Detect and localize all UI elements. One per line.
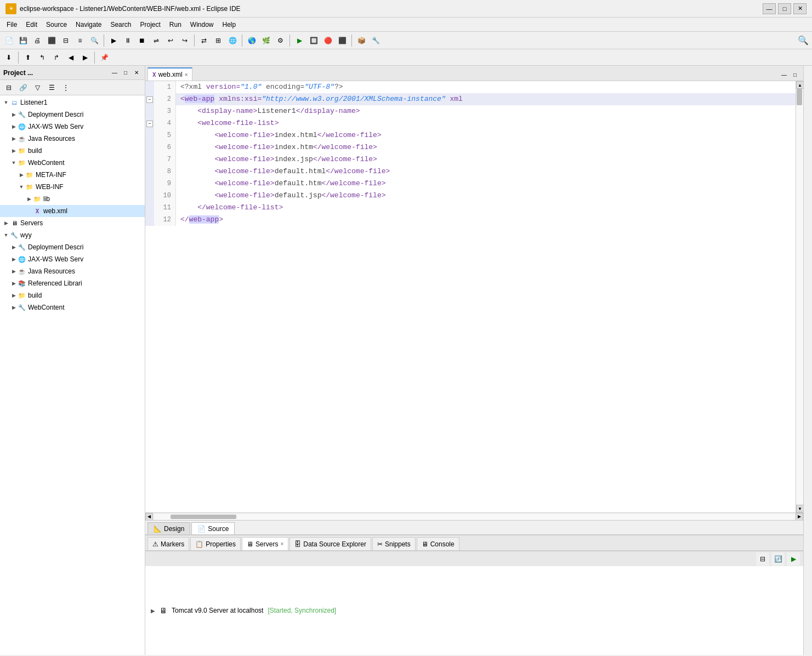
run-button[interactable]: ▶ <box>107 34 120 47</box>
filter-btn[interactable]: ▽ <box>31 81 44 94</box>
toolbar-btn12[interactable]: 🌿 <box>259 34 272 47</box>
bottom-toolbar-run[interactable]: ▶ <box>787 552 800 566</box>
tree-item-wyy-build[interactable]: ▶ 📁 build <box>0 289 145 301</box>
arrow-deployment[interactable]: ▶ <box>10 111 18 118</box>
arrow-build[interactable]: ▶ <box>10 147 18 155</box>
arrow-jaxws[interactable]: ▶ <box>10 123 18 130</box>
tree-item-java[interactable]: ▶ ☕ Java Resources <box>0 133 145 145</box>
toolbar-btn1[interactable]: ⬛ <box>45 34 58 47</box>
tree-item-wyy-webcontent[interactable]: ▶ 🔧 WebContent <box>0 301 145 313</box>
tree-item-metainf[interactable]: ▶ 📁 META-INF <box>0 169 145 181</box>
toolbar-btn7[interactable]: ↪ <box>178 34 191 47</box>
scroll-thumb[interactable] <box>797 89 802 105</box>
collapse-btn-4[interactable]: − <box>146 121 153 127</box>
servers-tab-close[interactable]: × <box>280 541 283 547</box>
menu-search[interactable]: Search <box>106 19 135 31</box>
servers-tab[interactable]: 🖥 Servers × <box>242 537 288 550</box>
link-editor-btn[interactable]: 🔗 <box>16 81 30 94</box>
tb2-btn2[interactable]: ⬆ <box>21 51 35 64</box>
tree-item-wyy-jaxws[interactable]: ▶ 🌐 JAX-WS Web Serv <box>0 253 145 265</box>
toolbar-btn6[interactable]: ↩ <box>164 34 177 47</box>
save-button[interactable]: 💾 <box>16 34 30 47</box>
arrow-webinf[interactable]: ▼ <box>18 183 25 191</box>
code-editor[interactable]: 1 <?xml version="1.0" encoding="UTF-8"?>… <box>145 81 796 512</box>
toolbar-btn11[interactable]: 🌎 <box>245 34 258 47</box>
tree-item-build[interactable]: ▶ 📁 build <box>0 145 145 157</box>
arrow-java[interactable]: ▶ <box>10 135 18 142</box>
panel-minimize-btn[interactable]: — <box>110 68 120 78</box>
menu-window[interactable]: Window <box>186 19 218 31</box>
arrow-listener1[interactable]: ▼ <box>2 99 10 106</box>
arrow-wyy-reflibrary[interactable]: ▶ <box>10 279 18 287</box>
tree-item-lib[interactable]: ▶ 📁 lib <box>0 193 145 205</box>
tree-item-wyy-deployment[interactable]: ▶ 🔧 Deployment Descri <box>0 241 145 253</box>
tree-item-listener1[interactable]: ▼ 🗂 Listener1 <box>0 96 145 109</box>
menu-edit[interactable]: Edit <box>21 19 42 31</box>
datasource-tab[interactable]: 🗄 Data Source Explorer <box>289 537 371 550</box>
close-button[interactable]: ✕ <box>793 3 807 14</box>
panel-maximize-btn[interactable]: □ <box>121 68 130 78</box>
scroll-track[interactable] <box>796 89 803 505</box>
minimize-button[interactable]: — <box>763 3 776 14</box>
editor-minimize-btn[interactable]: — <box>779 70 789 79</box>
search-icon-btn[interactable]: 🔍 <box>797 34 810 47</box>
tree-item-servers[interactable]: ▶ 🖥 Servers <box>0 217 145 229</box>
menu-navigate[interactable]: Navigate <box>71 19 106 31</box>
stop-button[interactable]: ⏹ <box>135 34 149 47</box>
tree-item-wyy-java[interactable]: ▶ ☕ Java Resources <box>0 265 145 277</box>
customize-view-btn[interactable]: ⋮ <box>59 81 72 94</box>
toolbar-btn15[interactable]: 🔴 <box>321 34 334 47</box>
tree-item-deployment[interactable]: ▶ 🔧 Deployment Descri <box>0 109 145 121</box>
bottom-toolbar-btn1[interactable]: ⊟ <box>756 552 769 566</box>
tree-item-wyy[interactable]: ▼ 🔧 wyy <box>0 229 145 241</box>
snippets-tab[interactable]: ✂ Snippets <box>372 537 416 550</box>
tree-item-webxml[interactable]: X web.xml <box>0 205 145 217</box>
toolbar-btn18[interactable]: 🔧 <box>369 34 382 47</box>
toolbar-btn8[interactable]: ⇄ <box>197 34 211 47</box>
arrow-wyy-deployment[interactable]: ▶ <box>10 243 18 251</box>
pause-button[interactable]: ⏸ <box>121 34 134 47</box>
menu-source[interactable]: Source <box>42 19 71 31</box>
collapse-all-btn[interactable]: ⊟ <box>2 81 15 94</box>
maximize-button[interactable]: □ <box>778 3 791 14</box>
properties-tab[interactable]: 📋 Properties <box>190 537 241 550</box>
console-tab[interactable]: 🖥 Console <box>417 537 459 550</box>
project-tree[interactable]: ▼ 🗂 Listener1 ▶ 🔧 Deployment Descri ▶ 🌐 … <box>0 95 145 655</box>
server-expand-arrow[interactable]: ▶ <box>151 608 155 614</box>
arrow-wyy-build[interactable]: ▶ <box>10 292 18 299</box>
tree-item-webinf[interactable]: ▼ 📁 WEB-INF <box>0 181 145 193</box>
menu-run[interactable]: Run <box>165 19 186 31</box>
toolbar-btn4[interactable]: 🔍 <box>88 34 101 47</box>
tree-item-webcontent[interactable]: ▼ 📁 WebContent <box>0 157 145 169</box>
arrow-metainf[interactable]: ▶ <box>18 171 25 179</box>
view-menu-btn[interactable]: ☰ <box>45 81 58 94</box>
tb2-btn4[interactable]: ↱ <box>50 51 63 64</box>
toolbar-btn3[interactable]: ≡ <box>73 34 87 47</box>
bottom-toolbar-btn2[interactable]: 🔃 <box>771 552 785 566</box>
arrow-lib[interactable]: ▶ <box>25 195 33 203</box>
collapse-btn-2[interactable]: − <box>146 96 153 103</box>
tb2-fwd-btn[interactable]: ▶ <box>78 51 92 64</box>
scroll-down-btn[interactable]: ▼ <box>796 505 803 512</box>
tb2-btn1[interactable]: ⬇ <box>2 51 15 64</box>
editor-maximize-btn[interactable]: □ <box>790 70 800 79</box>
arrow-wyy[interactable]: ▼ <box>2 231 10 239</box>
toolbar-btn17[interactable]: 📦 <box>355 34 368 47</box>
new-button[interactable]: 📄 <box>2 34 15 47</box>
arrow-webcontent[interactable]: ▼ <box>10 159 18 167</box>
tree-item-wyy-reflibrary[interactable]: ▶ 📚 Referenced Librari <box>0 277 145 289</box>
arrow-wyy-webcontent[interactable]: ▶ <box>10 304 18 311</box>
hscroll-left-btn[interactable]: ◀ <box>145 513 153 521</box>
hscroll-right-btn[interactable]: ▶ <box>796 513 803 521</box>
tree-item-jaxws[interactable]: ▶ 🌐 JAX-WS Web Serv <box>0 121 145 133</box>
hscroll-thumb[interactable] <box>171 515 236 519</box>
toolbar-btn16[interactable]: ⬛ <box>336 34 349 47</box>
menu-project[interactable]: Project <box>135 19 164 31</box>
arrow-wyy-jaxws[interactable]: ▶ <box>10 255 18 263</box>
toolbar-btn14[interactable]: 🔲 <box>307 34 320 47</box>
run-green-button[interactable]: ▶ <box>293 34 306 47</box>
toolbar-btn13[interactable]: ⚙ <box>274 34 287 47</box>
print-button[interactable]: 🖨 <box>31 34 44 47</box>
panel-close-btn[interactable]: ✕ <box>132 68 141 78</box>
source-tab[interactable]: 📄 Source <box>191 522 235 534</box>
